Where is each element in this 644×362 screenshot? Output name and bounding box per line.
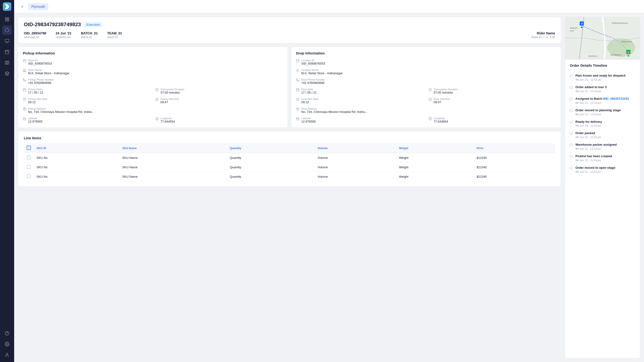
- left-panel: OID-2983479238749823 Execution OID_28934…: [18, 17, 561, 358]
- drop-lat-value: 12.978565: [301, 120, 316, 123]
- sidebar-item-finance[interactable]: [2, 36, 12, 46]
- row-sku-name: SKU Name: [120, 162, 227, 172]
- ordered-on-value: 24 Jun '21: [56, 31, 72, 35]
- timeline-content: Warehouse packer assigned 9th Jun '21 - …: [576, 143, 635, 150]
- drop-phone-label: Drop Phone Number: [301, 78, 325, 81]
- pickup-store-name-value: M.K. Retail Store - Indiranagar: [28, 72, 70, 75]
- row-sku-id: SKU No: [34, 172, 120, 182]
- svg-marker-9: [6, 61, 9, 64]
- row-checkbox[interactable]: [24, 153, 34, 162]
- drop-grid: Location ID SID_8390876553: [296, 59, 556, 123]
- pickup-phone-field: Pickup Phone Number +91 8760984698: [23, 78, 283, 84]
- row-price: $12345: [474, 162, 555, 172]
- timeline-content: Ready for delivery 9th Jun '21 - 11:53 p…: [576, 120, 635, 127]
- drop-lat-icon: [296, 117, 299, 121]
- timeline-title: Order Details Timeline: [570, 64, 635, 70]
- drop-date-value: 17 / 05 / 21: [301, 91, 316, 94]
- sidebar-item-calendar[interactable]: [2, 47, 12, 56]
- sidebar-item-orders[interactable]: [2, 26, 12, 35]
- pickup-store-id-value: SID_8390876553: [28, 62, 52, 65]
- timeline-event: Plan frozen and ready for dispatch: [576, 74, 635, 78]
- app-logo: [3, 2, 11, 11]
- pickup-store-id-label: Store ID: [28, 59, 52, 62]
- drop-slot-end-icon: [428, 98, 432, 102]
- row-quantity: Quantity: [227, 172, 315, 182]
- table-header-volume: Volume: [315, 143, 396, 153]
- pickup-slot-start-field: Pickup Slot Start 09:12: [23, 98, 151, 104]
- timeline-content: Order added to tour 3 9th Jun '21 - 11:5…: [576, 85, 635, 92]
- timeline-event: Order added to tour 3: [576, 85, 635, 89]
- timeline-dot: [570, 121, 572, 124]
- svg-text:NAHALLI: NAHALLI: [588, 55, 597, 57]
- timeline-content: Plan frozen and ready for dispatch 9th J…: [576, 74, 635, 81]
- pickup-lat-field: Latitude 12.978565: [23, 117, 151, 123]
- sidebar-item-settings[interactable]: [2, 340, 12, 349]
- drop-date-label: Drop Date: [301, 88, 316, 91]
- row-checkbox[interactable]: [24, 162, 34, 172]
- table-header-row: SKU ID SKU Name Quantity Volume Weight P…: [24, 143, 555, 153]
- team-id-label: Team ID: [107, 36, 122, 39]
- timeline-dot: [570, 155, 572, 158]
- pickup-transaction-value: 37:00 minutes: [160, 91, 184, 94]
- drop-phone-field: Drop Phone Number +91 8760984698: [296, 78, 556, 84]
- line-items-title: Line Items: [24, 136, 555, 140]
- team-id-field: TEAM_01 Team ID: [107, 31, 122, 39]
- table-row: SKU No SKU Name Quantity Volume Weight $…: [24, 153, 555, 162]
- back-button[interactable]: [19, 3, 26, 10]
- timeline-dot: [570, 166, 572, 170]
- drop-slot-end-value: 09:47: [434, 100, 450, 104]
- rider-name: Rider Name: [531, 31, 555, 35]
- drop-location-id-icon: [296, 59, 299, 64]
- pickup-slot-start-icon: [23, 98, 26, 102]
- timeline-time: 9th Jun '21 - 11:53 pm: [576, 90, 635, 92]
- pickup-slot-start-label: Pickup Slot Start: [28, 98, 47, 100]
- sidebar-item-user[interactable]: [2, 350, 12, 360]
- table-header-checkbox[interactable]: [24, 143, 34, 153]
- pickup-lat-icon: [23, 117, 26, 121]
- drop-lon-icon: [428, 117, 432, 121]
- timeline-item: Warehouse packer assigned 9th Jun '21 - …: [570, 143, 635, 154]
- info-cards-row: Pickup Information Store ID SID_83908765…: [18, 47, 561, 128]
- pickup-address-label: Pickup Address: [28, 107, 94, 110]
- table-header-sku-id: SKU ID: [34, 143, 120, 153]
- pickup-lon-icon: [155, 117, 159, 121]
- sidebar-item-dashboard[interactable]: [2, 14, 12, 24]
- svg-rect-32: [296, 88, 299, 91]
- drop-address-icon: [296, 108, 299, 112]
- timeline-event: Order moved to open stage: [576, 166, 635, 170]
- timeline-content: Order packed 9th Jun '21 - 11:53 pm: [576, 131, 635, 138]
- main-wrapper: Plymouth OID-2983479238749823 Execution …: [14, 0, 644, 362]
- timeline-item: Order moved to planning stage 9th Jun '2…: [570, 108, 635, 120]
- store-id-icon: [23, 59, 26, 64]
- pickup-card: Pickup Information Store ID SID_83908765…: [18, 47, 288, 128]
- drop-location-id-field: Location ID SID_8390876553: [296, 59, 556, 65]
- row-checkbox[interactable]: [24, 172, 34, 182]
- pickup-address-field: Pickup Address No. 734, Chinmaya Mission…: [23, 107, 283, 114]
- pickup-lat-label: Latitude: [28, 117, 42, 120]
- drop-date-icon: [296, 88, 299, 92]
- row-sku-id: SKU No: [34, 153, 120, 162]
- row-volume: Volume: [315, 153, 396, 162]
- drop-slot-start-icon: [296, 98, 299, 102]
- timeline-item: Assigned to Batch BID_29035723253 9th Ju…: [570, 97, 635, 108]
- sidebar-item-map[interactable]: [2, 58, 12, 68]
- drop-transaction-label: Transaction Duration: [434, 88, 458, 91]
- drop-slot-start-value: 09:12: [301, 100, 318, 104]
- drop-card: Drop Information Location ID SID_8390876…: [291, 47, 561, 128]
- star-icon: ★: [546, 36, 548, 39]
- table-header-quantity: Quantity: [227, 143, 315, 153]
- drop-transaction-icon: [428, 88, 432, 92]
- pickup-slot-end-field: Pickup Slot End 09:47: [155, 98, 283, 104]
- drop-transaction-field: Transaction Duration 37:00 minutes: [428, 88, 556, 94]
- rider-section: Rider Name Rider ID • ★ 5.00: [531, 31, 555, 39]
- row-volume: Volume: [315, 172, 396, 182]
- row-weight: Weight: [396, 172, 474, 182]
- sidebar-item-help[interactable]: [2, 328, 12, 338]
- order-title-row: OID-2983479238749823 Execution: [24, 22, 555, 28]
- timeline-event: Order packed: [576, 131, 635, 135]
- table-header-weight: Weight: [396, 143, 474, 153]
- timeline-item: Order added to tour 3 9th Jun '21 - 11:5…: [570, 85, 635, 97]
- timeline-link[interactable]: BID_29035723253: [603, 97, 629, 100]
- sidebar-item-layers[interactable]: [2, 69, 12, 78]
- timeline-content: Picklist has been created 9th Jun '21 - …: [576, 154, 635, 162]
